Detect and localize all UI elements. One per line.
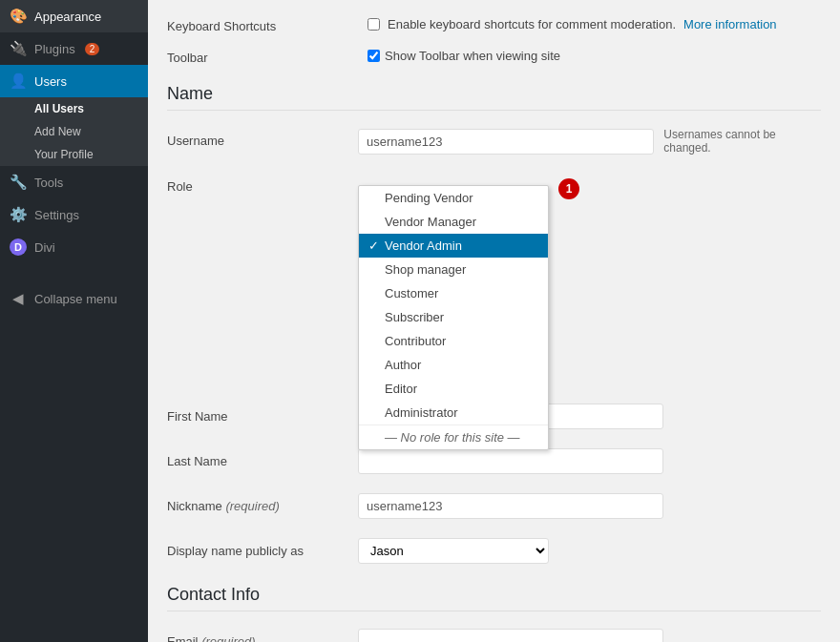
role-option-subscriber[interactable]: Subscriber	[359, 305, 548, 329]
role-option-editor[interactable]: Editor	[359, 377, 548, 401]
plugins-badge: 2	[85, 43, 100, 55]
sidebar-item-users[interactable]: 👤 Users	[0, 65, 148, 97]
email-label: Email (required)	[167, 629, 358, 642]
display-name-select[interactable]: Jason	[358, 538, 549, 564]
main-content: Keyboard Shortcuts Enable keyboard short…	[148, 0, 840, 642]
last-name-input[interactable]	[358, 448, 663, 474]
sidebar-item-settings[interactable]: ⚙️ Settings	[0, 198, 148, 231]
role-option-label: — No role for this site —	[385, 430, 520, 445]
username-note: Usernames cannot be changed.	[663, 128, 821, 155]
role-option-contributor[interactable]: Contributor	[359, 329, 548, 353]
nickname-field	[358, 493, 821, 519]
divi-icon: D	[10, 238, 27, 256]
keyboard-shortcuts-checkbox-label: Enable keyboard shortcuts for comment mo…	[388, 17, 676, 31]
role-label: Role	[167, 174, 358, 194]
sidebar-item-plugins[interactable]: 🔌 Plugins 2	[0, 32, 148, 65]
username-field: Usernames cannot be changed.	[358, 128, 821, 155]
your-profile-label: Your Profile	[34, 148, 94, 161]
sidebar-item-divi[interactable]: D Divi	[0, 231, 148, 263]
sidebar-item-label: Appearance	[34, 10, 101, 24]
sidebar-item-appearance[interactable]: 🎨 Appearance	[0, 0, 148, 32]
collapse-menu-item[interactable]: ◀ Collapse menu	[0, 282, 148, 315]
submenu-your-profile[interactable]: Your Profile	[0, 143, 148, 166]
keyboard-shortcuts-checkbox[interactable]	[368, 18, 380, 31]
role-dropdown-menu: Pending Vendor Vendor Manager ✓ Vendor A…	[358, 185, 549, 450]
nickname-input[interactable]	[358, 493, 663, 519]
sidebar: 🎨 Appearance 🔌 Plugins 2 👤 Users All Use…	[0, 0, 148, 642]
sidebar-item-label: Settings	[34, 208, 79, 222]
email-row: Email (required)	[167, 619, 821, 642]
role-option-pending-vendor[interactable]: Pending Vendor	[359, 186, 548, 210]
add-new-label: Add New	[34, 125, 81, 138]
toolbar-label: Toolbar	[167, 49, 358, 65]
username-label: Username	[167, 128, 358, 148]
toolbar-field: Show Toolbar when viewing site	[368, 49, 560, 63]
contact-info-section-title: Contact Info	[167, 585, 821, 611]
settings-icon: ⚙️	[10, 206, 27, 223]
role-option-label: Editor	[385, 382, 417, 396]
sidebar-item-label: Divi	[34, 240, 55, 255]
appearance-icon: 🎨	[10, 8, 27, 25]
role-option-label: Author	[385, 358, 421, 372]
check-icon: ✓	[368, 238, 380, 253]
sidebar-item-label: Plugins	[34, 42, 75, 56]
role-option-label: Vendor Manager	[385, 215, 476, 229]
last-name-label: Last Name	[167, 448, 358, 468]
role-option-label: Customer	[385, 286, 438, 300]
role-option-shop-manager[interactable]: Shop manager	[359, 258, 548, 281]
name-section-title: Name	[167, 84, 821, 111]
plugins-icon: 🔌	[10, 40, 27, 57]
username-input[interactable]	[358, 129, 654, 155]
role-option-administrator[interactable]: Administrator	[359, 401, 548, 425]
toolbar-row: Toolbar Show Toolbar when viewing site	[167, 41, 821, 72]
role-option-label: Contributor	[385, 334, 446, 348]
tools-icon: 🔧	[10, 174, 27, 191]
keyboard-shortcuts-field: Enable keyboard shortcuts for comment mo…	[368, 17, 821, 31]
sidebar-item-tools[interactable]: 🔧 Tools	[0, 166, 148, 198]
keyboard-shortcuts-row: Keyboard Shortcuts Enable keyboard short…	[167, 10, 821, 41]
collapse-icon: ◀	[10, 290, 27, 307]
submenu-all-users[interactable]: All Users	[0, 97, 148, 120]
sidebar-item-label: Tools	[34, 176, 63, 190]
email-input[interactable]	[358, 629, 663, 642]
role-option-author[interactable]: Author	[359, 353, 548, 377]
submenu-add-new[interactable]: Add New	[0, 120, 148, 143]
step-badge-1: 1	[558, 178, 579, 199]
display-name-field: Jason	[358, 538, 821, 564]
role-option-vendor-admin[interactable]: ✓ Vendor Admin	[359, 234, 548, 258]
role-option-vendor-manager[interactable]: Vendor Manager	[359, 210, 548, 234]
username-row: Username Usernames cannot be changed.	[167, 118, 821, 164]
keyboard-shortcuts-label: Keyboard Shortcuts	[167, 17, 358, 33]
sidebar-item-label: Users	[34, 74, 67, 89]
more-information-link[interactable]: More information	[683, 17, 777, 31]
last-name-field	[358, 448, 821, 474]
role-option-label: Administrator	[385, 405, 458, 420]
role-option-label: Subscriber	[385, 310, 444, 324]
toolbar-checkbox-label: Show Toolbar when viewing site	[385, 49, 560, 63]
first-name-label: First Name	[167, 404, 358, 424]
role-field: Pending Vendor Vendor Manager ✓ Vendor A…	[358, 174, 821, 188]
collapse-label: Collapse menu	[34, 292, 117, 306]
toolbar-checkbox[interactable]	[368, 50, 380, 62]
role-option-label: Shop manager	[385, 262, 466, 277]
nickname-row: Nickname (required)	[167, 484, 821, 528]
role-option-label: Vendor Admin	[385, 238, 462, 253]
nickname-label: Nickname (required)	[167, 493, 358, 513]
email-field	[358, 629, 821, 642]
all-users-label: All Users	[34, 102, 84, 115]
role-row: Role Pending Vendor Vendor Manager	[167, 164, 821, 203]
role-option-label: Pending Vendor	[385, 191, 473, 205]
username-input-row: Usernames cannot be changed.	[358, 128, 821, 155]
role-option-no-role[interactable]: — No role for this site —	[359, 425, 548, 449]
users-submenu: All Users Add New Your Profile	[0, 97, 148, 166]
display-name-row: Display name publicly as Jason	[167, 528, 821, 573]
role-option-customer[interactable]: Customer	[359, 281, 548, 305]
users-icon: 👤	[10, 72, 27, 90]
display-name-label: Display name publicly as	[167, 538, 358, 558]
